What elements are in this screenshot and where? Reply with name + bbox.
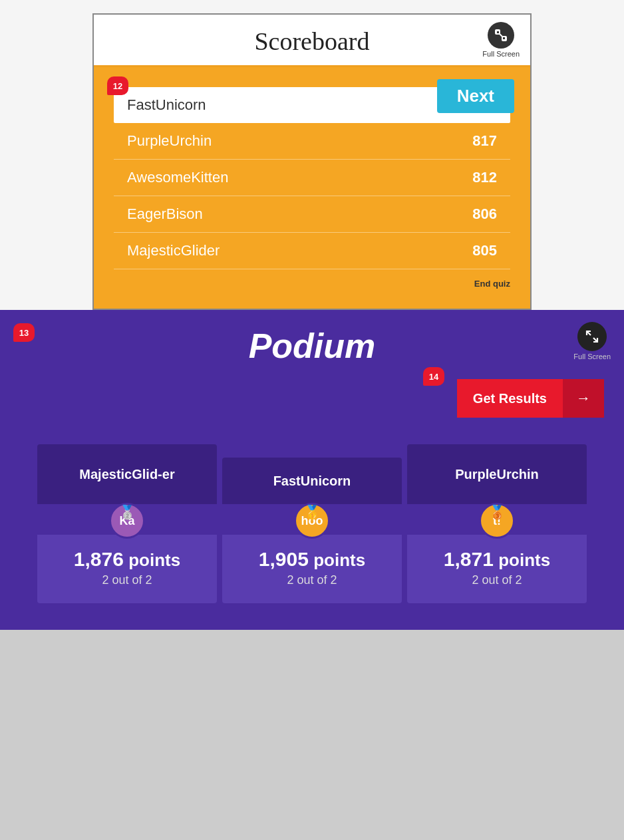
fullscreen-button-1[interactable]: Full Screen xyxy=(482,22,520,58)
table-row: MajesticGlider 805 xyxy=(114,233,510,269)
badge-12: 12 xyxy=(107,76,128,95)
medal-icon-right: 🥉 xyxy=(489,504,506,520)
player-score: 812 xyxy=(472,169,497,186)
card-name-purpleurchin: PurpleUrchin xyxy=(407,444,587,504)
badge-14: 14 xyxy=(423,367,444,386)
fullscreen-label-1: Full Screen xyxy=(482,50,520,58)
podium-header: 13 Podium Full Screen xyxy=(0,310,624,372)
table-row: PurpleUrchin 817 xyxy=(114,123,510,160)
score-table: FastUnicorn 830 PurpleUrchin 817 Awesome… xyxy=(114,87,510,269)
card-outof-purpleurchin: 2 out of 2 xyxy=(416,573,577,587)
player-score: 806 xyxy=(472,206,497,223)
card-score-majesticglider: 1,876 points 2 out of 2 xyxy=(37,535,217,603)
get-results-container: 14 Get Results → xyxy=(0,372,624,431)
fullscreen-button-2[interactable]: Full Screen xyxy=(573,322,611,360)
podium-cards: MajesticGlid-er 🥈 Ka 1,876 points 2 out … xyxy=(0,431,624,603)
fullscreen-icon-1 xyxy=(488,22,514,49)
player-name: EagerBison xyxy=(127,206,203,223)
card-points-majesticglider: 1,876 points xyxy=(47,548,208,571)
table-row: AwesomeKitten 812 xyxy=(114,160,510,196)
svg-line-2 xyxy=(500,34,502,37)
card-points-fastunicorn: 1,905 points xyxy=(232,548,392,571)
player-score: 817 xyxy=(472,132,497,150)
player-name: AwesomeKitten xyxy=(127,169,228,186)
get-results-label: Get Results xyxy=(457,380,563,417)
badge-13: 13 xyxy=(13,323,35,342)
scoreboard-header: Scoreboard Full Screen xyxy=(94,15,530,67)
scoreboard-container: Scoreboard Full Screen 12 Next xyxy=(92,13,532,310)
card-points-purpleurchin: 1,871 points xyxy=(416,548,577,571)
player-score: 805 xyxy=(472,242,497,259)
table-row: EagerBison 806 xyxy=(114,196,510,233)
fullscreen-label-2: Full Screen xyxy=(573,352,611,360)
podium-card-left: MajesticGlid-er 🥈 Ka 1,876 points 2 out … xyxy=(37,444,217,603)
podium-card-right: PurpleUrchin 🥉 t! 1,871 points 2 out of … xyxy=(407,444,587,603)
card-outof-majesticglider: 2 out of 2 xyxy=(47,573,208,587)
player-name: PurpleUrchin xyxy=(127,132,212,150)
scoreboard-panel: Scoreboard Full Screen 12 Next xyxy=(0,0,624,310)
player-name: FastUnicorn xyxy=(127,96,206,114)
podium-title: Podium xyxy=(249,326,376,366)
card-score-fastunicorn: 1,905 points 2 out of 2 xyxy=(222,535,402,603)
get-results-button[interactable]: Get Results → xyxy=(457,379,604,418)
scoreboard-body: 12 Next FastUnicorn 830 PurpleUrchin 817… xyxy=(94,67,530,309)
medal-icon-center: 🥇 xyxy=(304,504,321,520)
podium-card-center: FastUnicorn 🥇 hoo 1,905 points 2 out of … xyxy=(222,458,402,603)
end-quiz-link[interactable]: End quiz xyxy=(114,269,510,289)
card-score-purpleurchin: 1,871 points 2 out of 2 xyxy=(407,535,587,603)
podium-section: 13 Podium Full Screen 14 Get Results → M… xyxy=(0,310,624,630)
player-name: MajesticGlider xyxy=(127,242,220,259)
card-name-fastunicorn: FastUnicorn xyxy=(222,458,402,504)
card-outof-fastunicorn: 2 out of 2 xyxy=(232,573,392,587)
card-name-majesticglider: MajesticGlid-er xyxy=(37,444,217,504)
scoreboard-title: Scoreboard xyxy=(254,27,369,56)
fullscreen-icon-2 xyxy=(577,322,607,351)
next-button[interactable]: Next xyxy=(437,79,514,113)
medal-icon-left: 🥈 xyxy=(119,504,136,520)
get-results-arrow-icon: → xyxy=(563,379,604,418)
